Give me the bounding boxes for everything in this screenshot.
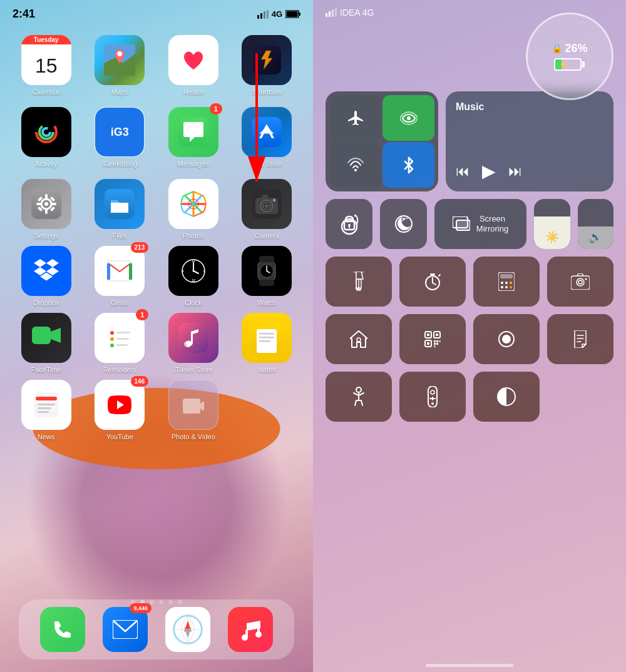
app-photos[interactable]: Photos: [162, 179, 225, 240]
svg-point-9: [117, 51, 122, 56]
svg-point-117: [505, 282, 508, 284]
svg-point-64: [110, 344, 114, 347]
cc-volume-slider[interactable]: 🔊: [578, 199, 614, 249]
cc-cellular[interactable]: [382, 95, 434, 141]
watch-icon-svg: [255, 256, 278, 286]
music-rewind-btn[interactable]: ⏮: [456, 163, 470, 180]
settings-icon-svg: [31, 189, 61, 219]
itunes-icon-svg: [178, 323, 208, 353]
dock: 9,446: [19, 599, 294, 659]
svg-text:12: 12: [192, 278, 195, 282]
app-maps[interactable]: Maps: [89, 35, 151, 96]
network-type: 4G: [272, 9, 282, 19]
youtube-badge: 146: [131, 376, 149, 387]
battery-percent-text: 26%: [565, 42, 587, 55]
app-gmail[interactable]: 213 Gmail: [89, 246, 151, 307]
remote-icon: [428, 386, 438, 407]
app-camera[interactable]: Camera: [236, 179, 299, 240]
cc-dark-mode[interactable]: [473, 372, 540, 422]
app-label-news: News: [38, 433, 55, 440]
app-itunes[interactable]: iTunes Store: [162, 313, 225, 374]
app-igeeks[interactable]: iG3 iGeeksBlog: [89, 107, 151, 168]
app-dropbox[interactable]: Dropbox: [15, 246, 78, 307]
app-health[interactable]: Health: [162, 35, 225, 96]
app-calendar[interactable]: Tuesday 15 Calendar: [15, 35, 78, 96]
svg-rect-0: [257, 15, 259, 19]
dock-app-safari[interactable]: [165, 607, 210, 652]
cc-accessibility[interactable]: [326, 372, 392, 422]
app-files[interactable]: Files: [89, 179, 151, 240]
cc-do-not-disturb[interactable]: [380, 199, 427, 249]
app-reminders[interactable]: 1 Reminders: [89, 313, 151, 374]
svg-rect-134: [434, 340, 436, 342]
cc-qr-scan[interactable]: [399, 314, 466, 364]
app-label-itunes: iTunes Store: [174, 366, 213, 374]
control-center: IDEA 4G 🔒 26% ⚡: [313, 0, 626, 672]
status-icons-right: 4G: [257, 9, 300, 19]
app-activity[interactable]: Activity: [15, 107, 78, 168]
cc-row-4: [326, 314, 613, 364]
svg-rect-1: [260, 13, 262, 19]
svg-point-122: [510, 286, 512, 288]
svg-point-124: [577, 278, 584, 286]
svg-rect-76: [38, 407, 51, 409]
cc-torch[interactable]: [326, 257, 392, 307]
cc-home[interactable]: [326, 314, 392, 364]
svg-point-20: [44, 202, 48, 206]
dock-app-mail[interactable]: 9,446: [103, 607, 148, 652]
app-youtube[interactable]: 146 YouTube: [89, 380, 151, 440]
qr-scan-icon: [424, 330, 441, 348]
svg-rect-97: [335, 8, 337, 17]
cc-notes[interactable]: [547, 314, 613, 364]
svg-point-127: [357, 338, 361, 342]
dock-app-phone[interactable]: [40, 607, 85, 652]
music-widget-title: Music: [456, 101, 603, 113]
app-messages[interactable]: 1 Messages: [162, 107, 225, 168]
cc-calculator[interactable]: [473, 257, 540, 307]
svg-point-46: [192, 270, 194, 272]
app-label-clock: Clock: [185, 299, 202, 307]
svg-rect-72: [259, 340, 270, 342]
svg-rect-66: [178, 323, 208, 353]
cc-screen-mirroring[interactable]: ScreenMirroring: [434, 199, 526, 249]
music-fastforward-btn[interactable]: ⏭: [508, 163, 522, 180]
dock-app-music[interactable]: [228, 607, 273, 652]
app-news[interactable]: News: [15, 380, 78, 440]
cc-screen-record[interactable]: [473, 314, 540, 364]
messages-badge: 1: [210, 103, 222, 115]
app-facetime[interactable]: FaceTime: [15, 313, 78, 374]
svg-text:3: 3: [203, 269, 205, 273]
app-clock[interactable]: 12 12 3 9 Clock: [162, 246, 225, 307]
svg-rect-40: [107, 263, 110, 280]
svg-rect-139: [434, 345, 436, 347]
app-settings[interactable]: Settings: [15, 179, 78, 240]
battery-status-circle: 🔒 26% ⚡: [526, 13, 613, 100]
cc-row-3: [326, 257, 613, 307]
svg-line-111: [433, 283, 436, 285]
charging-bolt: ⚡: [559, 60, 568, 69]
svg-rect-138: [439, 340, 441, 342]
cc-bluetooth[interactable]: [382, 142, 434, 188]
svg-point-141: [502, 335, 511, 344]
cc-camera[interactable]: [547, 257, 613, 307]
svg-rect-112: [430, 273, 435, 275]
svg-rect-94: [326, 13, 327, 17]
cc-music-widget[interactable]: Music ⏮ ▶ ⏭: [446, 91, 613, 191]
app-notes[interactable]: Notes: [236, 313, 299, 374]
svg-rect-95: [329, 11, 331, 17]
app-photovideo[interactable]: Photo & Video: [162, 380, 225, 440]
cc-brightness-slider[interactable]: ☀️: [534, 199, 570, 249]
cc-wifi[interactable]: [329, 142, 381, 188]
app-watch[interactable]: Watch: [236, 246, 299, 307]
cc-orientation-lock[interactable]: [326, 199, 372, 249]
battery-bar-container: ⚡: [554, 58, 585, 71]
app-label-camera: Camera: [255, 232, 279, 240]
app-label-maps: Maps: [111, 88, 128, 96]
cc-remote[interactable]: [399, 372, 466, 422]
app-grid-spacer: [236, 380, 286, 440]
cc-airplane-mode[interactable]: [329, 95, 381, 141]
cc-timer[interactable]: [399, 257, 466, 307]
camera-icon-svg: [252, 189, 282, 219]
app-label-messages: Messages: [178, 160, 209, 168]
music-play-btn[interactable]: ▶: [482, 161, 496, 181]
